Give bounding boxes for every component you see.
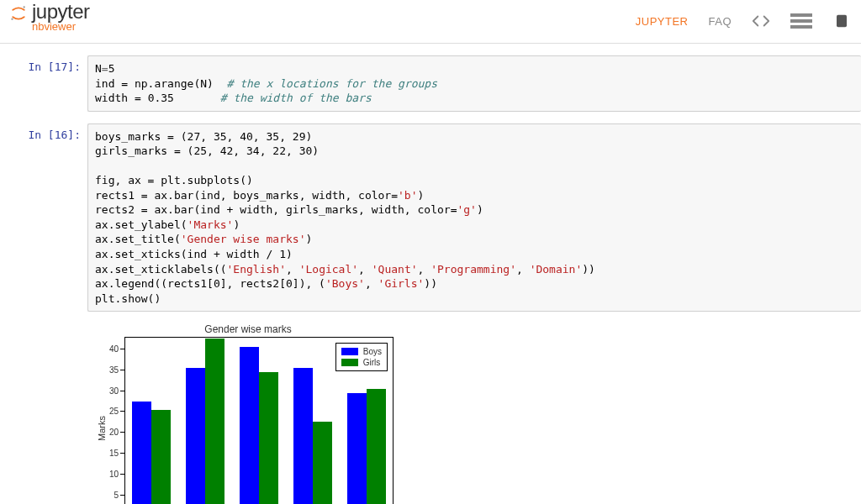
code-cell: In [17]: N=5 ind = np.arange(N) # the x … — [0, 55, 861, 112]
svg-point-1 — [11, 18, 13, 20]
ytick-label: 25 — [109, 407, 119, 416]
code-cell: In [16]: boys_marks = (27, 35, 40, 35, 2… — [0, 123, 861, 312]
ytick — [120, 432, 125, 433]
ytick — [120, 411, 125, 412]
prompt: In [16]: — [0, 123, 87, 312]
chart: Gender wise marks Marks Boys Girls 05101… — [87, 323, 409, 504]
bar-boys — [240, 347, 259, 504]
ytick — [120, 495, 125, 496]
logo-block[interactable]: jupyter nbviewer — [10, 0, 90, 33]
svg-rect-5 — [837, 15, 847, 27]
svg-rect-2 — [790, 13, 812, 17]
chart-ylabel: Marks — [97, 416, 107, 441]
svg-rect-4 — [790, 25, 812, 29]
bar-boys — [132, 402, 151, 504]
code-icon[interactable] — [752, 12, 770, 30]
nav-link-faq[interactable]: FAQ — [708, 15, 732, 28]
ytick-label: 15 — [109, 449, 119, 458]
code-input[interactable]: N=5 ind = np.arange(N) # the x locations… — [87, 55, 861, 112]
chart-title: Gender wise marks — [87, 323, 409, 335]
chart-legend: Boys Girls — [335, 343, 388, 371]
bar-girls — [205, 339, 224, 504]
nav-link-jupyter[interactable]: JUPYTER — [636, 15, 689, 28]
svg-rect-3 — [790, 19, 812, 23]
legend-swatch-boys — [341, 348, 358, 355]
legend-entry: Girls — [341, 357, 382, 368]
ytick — [120, 453, 125, 454]
ytick — [120, 391, 125, 391]
bar-boys — [347, 393, 367, 504]
ytick — [120, 349, 125, 349]
bar-girls — [367, 389, 386, 504]
ytick-label: 5 — [114, 491, 119, 500]
code-input[interactable]: boys_marks = (27, 35, 40, 35, 29) girls_… — [87, 123, 861, 312]
ytick-label: 30 — [109, 386, 119, 395]
bar-girls — [313, 422, 332, 504]
svg-point-0 — [24, 6, 25, 8]
cell-output: Gender wise marks Marks Boys Girls 05101… — [87, 323, 861, 504]
legend-label: Boys — [363, 346, 382, 357]
ytick — [120, 474, 125, 475]
legend-entry: Boys — [341, 346, 382, 357]
menu-lines-icon[interactable] — [790, 13, 812, 29]
ytick-label: 40 — [109, 344, 119, 353]
ytick — [120, 370, 125, 370]
header: jupyter nbviewer JUPYTER FAQ — [0, 0, 861, 44]
prompt: In [17]: — [0, 55, 87, 112]
notebook: In [17]: N=5 ind = np.arange(N) # the x … — [0, 44, 861, 504]
ytick-label: 20 — [109, 428, 119, 437]
ytick-label: 35 — [109, 365, 119, 374]
bar-boys — [293, 368, 313, 504]
legend-swatch-girls — [341, 359, 358, 366]
ytick-label: 10 — [109, 470, 119, 479]
bar-girls — [259, 372, 278, 504]
logo-text: jupyter — [32, 2, 90, 22]
jupyter-logo-icon — [10, 5, 27, 22]
plot-area: Boys Girls 0510152025303540EnglishLogica… — [124, 337, 394, 504]
top-nav: JUPYTER FAQ — [636, 0, 851, 30]
extra-icon[interactable] — [832, 12, 851, 30]
legend-label: Girls — [363, 357, 381, 368]
bar-girls — [151, 410, 171, 505]
bar-boys — [186, 368, 205, 504]
